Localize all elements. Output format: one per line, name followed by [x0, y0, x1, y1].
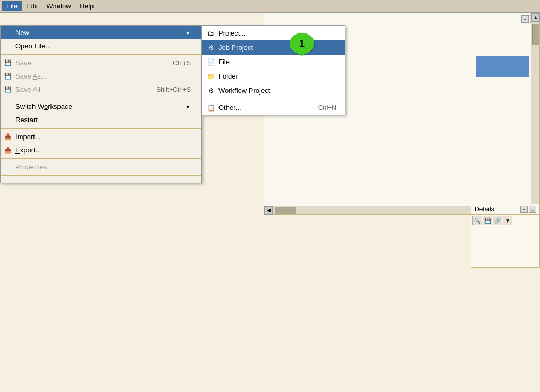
menu-item-save-all-label: Save All: [15, 86, 40, 93]
submenu-item-other[interactable]: Other... Ctrl+N: [203, 100, 345, 115]
menu-item-restart[interactable]: Restart: [1, 113, 201, 126]
menu-item-export-label: Export...: [15, 146, 41, 154]
selected-item-bar: [476, 56, 529, 77]
new-submenu-arrow: ►: [185, 30, 191, 36]
details-dropdown[interactable]: ▼: [503, 216, 512, 225]
switch-workspace-arrow: ►: [185, 104, 191, 109]
new-submenu: Project... Job Project File Folder Workf…: [202, 25, 345, 115]
menu-item-import-label: Import...: [15, 133, 41, 141]
minimize-button[interactable]: −: [521, 15, 529, 23]
submenu-item-job-project-label: Job Project: [218, 44, 253, 52]
other-icon: [207, 104, 215, 112]
submenu-item-folder-label: Folder: [218, 72, 238, 80]
menubar-window[interactable]: Window: [42, 1, 75, 11]
save-icon: [4, 59, 12, 67]
menubar-help[interactable]: Help: [75, 1, 98, 11]
submenu-item-project-label: Project...: [218, 29, 246, 37]
menu-item-open-file[interactable]: Open File...: [1, 39, 201, 53]
menubar: File Edit Window Help: [0, 0, 540, 13]
details-panel: Details − □ 🔍 💾 🔗 ▼: [471, 204, 540, 268]
save-as-icon: [4, 72, 12, 81]
menu-item-save-label: Save: [15, 59, 31, 67]
separator-2: [1, 98, 201, 98]
details-btn-2[interactable]: 💾: [483, 216, 492, 225]
menubar-edit[interactable]: Edit: [22, 1, 42, 11]
job-project-icon: [207, 44, 215, 52]
vertical-scrollbar[interactable]: ▲ ▼: [531, 13, 539, 214]
menu-item-open-file-label: Open File...: [15, 42, 51, 50]
scroll-thumb-v[interactable]: [532, 24, 539, 45]
file-icon: [207, 58, 215, 66]
menubar-file[interactable]: File: [2, 1, 22, 11]
menu-item-save[interactable]: Save Ctrl+S: [1, 56, 201, 70]
submenu-item-file-label: File: [218, 58, 230, 66]
menu-item-save-all[interactable]: Save All Shift+Ctrl+S: [1, 83, 201, 96]
save-all-shortcut: Shift+Ctrl+S: [156, 86, 191, 93]
import-icon: [4, 133, 12, 141]
separator-3: [1, 128, 201, 129]
separator-1: [1, 54, 201, 55]
other-shortcut: Ctrl+N: [318, 104, 336, 112]
scroll-left-button[interactable]: ◀: [264, 206, 273, 215]
details-btn-3[interactable]: 🔗: [493, 216, 502, 225]
menu-item-properties-label: Properties: [15, 163, 47, 171]
main-area: − □ ▲ ▼ ◀ ▶ Details − □ 🔍 💾 🔗: [0, 13, 540, 392]
details-minimize[interactable]: −: [520, 206, 528, 213]
menu-item-new[interactable]: New ►: [1, 26, 201, 39]
menu-item-switch-workspace[interactable]: Switch Workspace ►: [1, 100, 201, 113]
menu-item-save-as-label: Save As...: [15, 72, 47, 80]
submenu-item-workflow[interactable]: Workflow Project: [203, 83, 345, 98]
save-all-icon: [4, 86, 12, 94]
scroll-up-button[interactable]: ▲: [531, 13, 540, 22]
details-title: Details − □: [471, 204, 539, 215]
submenu-separator: [203, 99, 345, 99]
submenu-item-project[interactable]: Project...: [203, 26, 345, 40]
file-menu: New ► Open File... Save Ctrl+S Save As..…: [0, 25, 202, 183]
scroll-thumb-h[interactable]: [275, 207, 296, 214]
menu-item-new-label: New: [15, 29, 29, 37]
project-icon: [207, 29, 215, 38]
separator-5: [1, 175, 201, 176]
submenu-item-folder[interactable]: Folder: [203, 69, 345, 83]
menu-item-save-as[interactable]: Save As...: [1, 70, 201, 83]
menu-item-restart-label: Restart: [15, 116, 38, 124]
details-toolbar: 🔍 💾 🔗 ▼: [471, 215, 539, 226]
separator-4: [1, 158, 201, 159]
menu-item-export[interactable]: Export...: [1, 143, 201, 157]
save-shortcut: Ctrl+S: [173, 59, 191, 67]
folder-icon: [207, 72, 215, 81]
export-icon: [4, 146, 12, 155]
menu-item-properties[interactable]: Properties: [1, 160, 201, 174]
menu-item-switch-workspace-label: Switch Workspace: [15, 103, 72, 110]
details-btn-1[interactable]: 🔍: [473, 216, 482, 225]
submenu-item-file[interactable]: File: [203, 55, 345, 69]
submenu-item-workflow-label: Workflow Project: [218, 87, 270, 95]
details-maximize[interactable]: □: [529, 206, 536, 213]
details-label: Details: [475, 206, 494, 213]
submenu-item-other-label: Other...: [218, 104, 241, 112]
menu-item-import[interactable]: Import...: [1, 130, 201, 143]
menu-item-exit[interactable]: [1, 177, 201, 183]
step-callout: 1: [290, 33, 314, 54]
submenu-item-job-project[interactable]: Job Project: [203, 40, 345, 55]
workflow-icon: [207, 87, 215, 95]
callout-number: 1: [299, 38, 305, 49]
